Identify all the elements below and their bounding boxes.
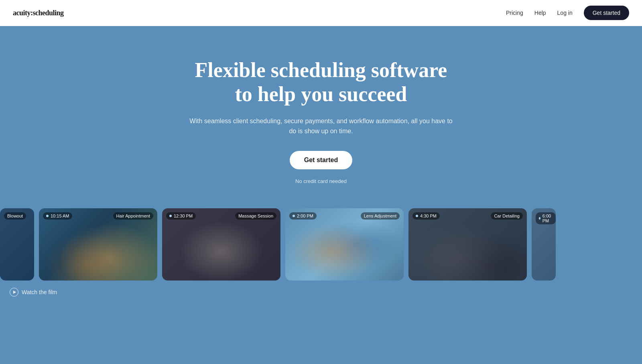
film-strip: Blowout 10:15 AM Hair Appointment 12:30 … [0,208,642,281]
card-blowout-label: Blowout [4,212,26,220]
film-card-hair[interactable]: 10:15 AM Hair Appointment [39,208,157,281]
hero-title: Flexible scheduling software to help you… [189,58,453,106]
film-card-blowout[interactable]: Blowout [0,208,34,281]
nav-pricing-link[interactable]: Pricing [506,10,523,16]
card-car-time: 4:30 PM [412,212,440,220]
card-hair-title: Hair Appointment [113,212,153,220]
nav-get-started-button[interactable]: Get started [584,6,629,20]
card-lens-time: 2:00 PM [289,212,317,220]
watch-film-button[interactable]: Watch the film [3,281,57,313]
logo[interactable]: acuity:scheduling [13,9,64,17]
hero-subtitle: With seamless client scheduling, secure … [189,116,453,136]
film-card-lens[interactable]: 2:00 PM Lens Adjustment [285,208,404,281]
card-lens-title: Lens Adjustment [361,212,400,220]
card-last-time: 6:00 PM [536,212,556,224]
no-credit-text: No credit card needed [189,178,453,184]
card-massage-title: Massage Session [235,212,276,220]
hero-content: Flexible scheduling software to help you… [181,26,461,200]
hero-bottom-area [0,313,642,364]
navbar: acuity:scheduling Pricing Help Log in Ge… [0,0,642,26]
nav-login-link[interactable]: Log in [557,10,573,16]
nav-help-link[interactable]: Help [534,10,546,16]
card-hair-time: 10:15 AM [43,212,72,220]
film-card-last[interactable]: 6:00 PM [532,208,556,281]
film-card-car[interactable]: 4:30 PM Car Detailing [408,208,527,281]
play-icon [10,288,18,297]
watch-film-label: Watch the film [22,289,57,295]
hero-section: Flexible scheduling software to help you… [0,0,642,364]
nav-right: Pricing Help Log in Get started [506,6,629,20]
card-massage-time: 12:30 PM [166,212,196,220]
film-strip-wrapper: Blowout 10:15 AM Hair Appointment 12:30 … [0,200,642,281]
hero-get-started-button[interactable]: Get started [290,151,352,169]
film-card-massage[interactable]: 12:30 PM Massage Session [162,208,280,281]
card-car-title: Car Detailing [491,212,523,220]
